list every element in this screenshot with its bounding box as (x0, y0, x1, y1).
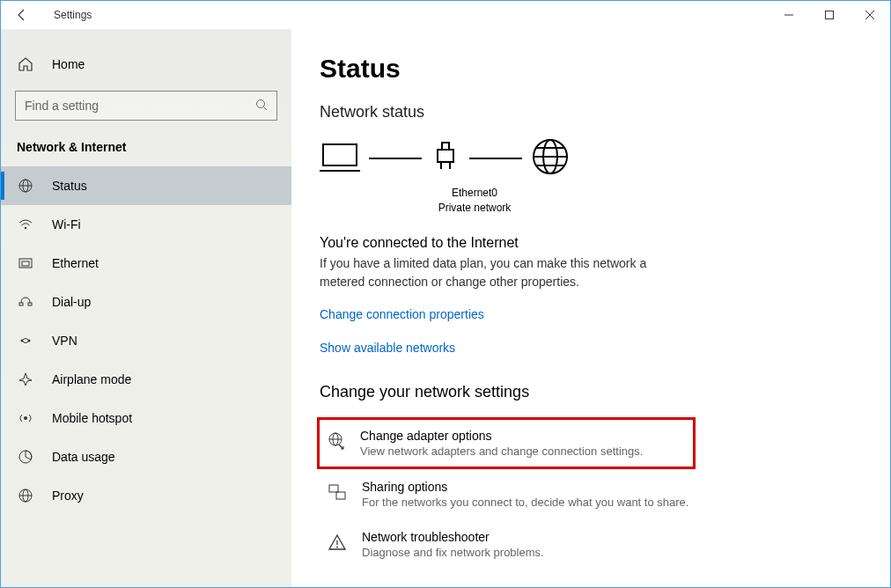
sidebar-item-ethernet[interactable]: Ethernet (1, 244, 291, 283)
svg-rect-21 (323, 144, 357, 165)
tile-title: Network troubleshooter (362, 530, 544, 544)
network-type: Private network (422, 201, 527, 216)
vpn-icon (17, 332, 34, 349)
router-icon (431, 141, 460, 175)
sidebar-item-label: Wi-Fi (52, 217, 81, 232)
sharing-icon (327, 481, 348, 503)
network-diagram (320, 137, 862, 179)
sidebar-item-vpn[interactable]: VPN (1, 321, 291, 360)
airplane-icon (17, 371, 34, 388)
main-content: Status Network status Ethernet0 Private … (291, 29, 890, 587)
svg-rect-12 (19, 303, 23, 305)
svg-rect-23 (438, 150, 453, 162)
search-input[interactable] (25, 99, 255, 113)
svg-rect-1 (826, 11, 834, 19)
sharing-options-tile[interactable]: Sharing options For the networks you con… (320, 469, 698, 519)
change-connection-properties-link[interactable]: Change connection properties (320, 307, 484, 321)
close-icon (865, 11, 874, 19)
connected-title: You're connected to the Internet (320, 235, 862, 251)
sidebar-item-label: VPN (52, 334, 77, 348)
tile-desc: View network adapters and change connect… (360, 445, 643, 458)
minimize-button[interactable] (769, 1, 809, 29)
sidebar-item-label: Ethernet (52, 256, 99, 270)
connected-desc: If you have a limited data plan, you can… (320, 254, 689, 291)
tile-title: Sharing options (362, 480, 688, 494)
hotspot-icon (17, 409, 34, 427)
back-button[interactable] (8, 1, 36, 29)
svg-point-16 (24, 416, 27, 420)
home-icon (17, 55, 34, 73)
svg-point-9 (25, 227, 26, 229)
sidebar-item-label: Proxy (52, 489, 84, 503)
close-button[interactable] (850, 1, 890, 29)
internet-globe-icon (531, 137, 570, 179)
svg-point-38 (336, 546, 338, 548)
sidebar: Home Network & Internet Status Wi-Fi Eth… (1, 29, 291, 587)
svg-rect-26 (442, 143, 449, 150)
sidebar-item-datausage[interactable]: Data usage (1, 437, 291, 476)
show-available-networks-link[interactable]: Show available networks (320, 341, 455, 355)
window-title: Settings (54, 9, 92, 21)
change-adapter-options-tile[interactable]: Change adapter options View network adap… (317, 417, 696, 469)
sidebar-item-proxy[interactable]: Proxy (1, 476, 291, 515)
ethernet-icon (17, 254, 34, 272)
tile-title: Change adapter options (360, 429, 643, 443)
proxy-icon (17, 487, 34, 504)
sidebar-item-airplane[interactable]: Airplane mode (1, 360, 291, 399)
home-button[interactable]: Home (1, 47, 291, 82)
sidebar-item-label: Mobile hotspot (52, 411, 132, 425)
search-icon (255, 99, 268, 114)
arrow-left-icon (15, 8, 29, 22)
ethernet-name: Ethernet0 (422, 186, 527, 201)
sidebar-item-wifi[interactable]: Wi-Fi (1, 205, 291, 244)
svg-rect-11 (22, 261, 29, 266)
minimize-icon (784, 11, 793, 19)
globe-icon (17, 177, 34, 195)
tile-desc: Diagnose and fix network problems. (362, 546, 544, 559)
wifi-icon (17, 216, 34, 233)
sidebar-item-status[interactable]: Status (1, 166, 291, 205)
svg-rect-36 (336, 492, 345, 499)
sidebar-item-hotspot[interactable]: Mobile hotspot (1, 399, 291, 437)
svg-rect-35 (329, 485, 338, 492)
connector-line (469, 158, 522, 159)
sidebar-item-label: Dial-up (52, 295, 91, 309)
computer-icon (320, 139, 360, 177)
datausage-icon (17, 448, 34, 466)
sidebar-item-label: Airplane mode (52, 372, 131, 386)
sidebar-item-label: Status (52, 179, 87, 193)
network-status-heading: Network status (320, 103, 862, 121)
adapter-icon (325, 430, 346, 452)
svg-line-5 (264, 107, 268, 110)
connector-line (369, 158, 422, 159)
section-header: Network & Internet (1, 136, 291, 166)
home-label: Home (52, 57, 85, 71)
maximize-button[interactable] (809, 1, 850, 29)
svg-rect-13 (28, 303, 32, 305)
tile-desc: For the networks you connect to, decide … (362, 496, 688, 509)
warning-icon (327, 532, 348, 553)
svg-point-4 (257, 99, 265, 107)
sidebar-item-label: Data usage (52, 450, 115, 464)
network-troubleshooter-tile[interactable]: Network troubleshooter Diagnose and fix … (320, 519, 698, 570)
page-title: Status (320, 54, 862, 84)
dialup-icon (17, 293, 34, 311)
maximize-icon (825, 11, 834, 19)
change-settings-heading: Change your network settings (320, 383, 862, 401)
search-input-wrap[interactable] (15, 91, 277, 121)
sidebar-item-dialup[interactable]: Dial-up (1, 283, 291, 321)
